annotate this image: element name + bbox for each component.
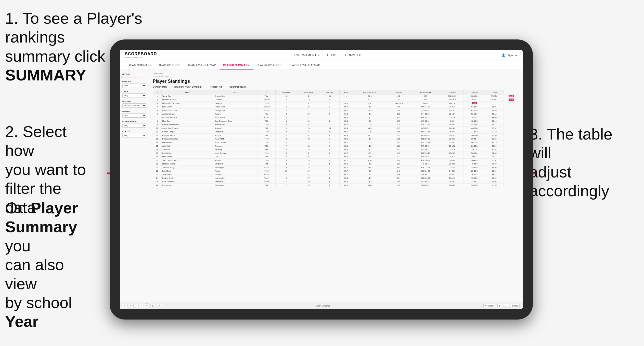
table-row[interactable]: 24Bastien AmatNew MexicoFourth127269.4-1… [153,176,519,180]
sub-nav-team-h2h-grid[interactable]: TEAM H2H GRID [155,62,184,70]
table-row[interactable]: 17David FordNorth CarolinaThird90069.2-0… [153,151,519,155]
sub-nav-player-h2h-grid[interactable]: PLAYER H2H GRID [253,62,285,70]
table-cell: 1 [276,141,297,144]
table-cell: 2 [153,98,162,101]
table-row[interactable]: 11Gordon SargentVanderbiltThird421068.7-… [153,130,519,133]
table-cell: 6 [153,112,162,116]
back-button[interactable]: ‹ [135,304,138,308]
table-cell: Florida State [214,105,257,108]
table-cell: Fifth [257,126,275,130]
redo-button[interactable]: ↪ [129,304,134,308]
logo-scoreboard: SCOREBOARD [125,52,157,56]
annotation-right-text: 3. The table willadjust accordingly [529,125,612,200]
table-cell: 89.36 [485,133,503,137]
gender-select[interactable]: Men Women [122,84,146,88]
export-button[interactable]: ⬇ [497,304,502,308]
table-cell: 5 [276,162,297,165]
table-cell: 27 [297,105,320,108]
table-row[interactable]: 4Luke ClatonFlorida StateSecond127268.2-… [153,105,519,108]
region-select[interactable]: N/A All [122,113,146,118]
col-no-rds: No. Rds. [320,90,339,94]
table-row[interactable]: 2Michael Le SassoOle MissSecond1180167.1… [153,98,519,101]
table-row[interactable]: 15Jake HallTennesseeFifth788168.5-1.51.6… [153,144,519,148]
year-select[interactable]: (All) First Second Third Fourth Fifth [122,93,146,98]
top-right: 👤 Sign out [502,53,518,57]
table-cell: 88.92 [485,126,503,130]
paste-button[interactable]: ⊞ [150,304,155,308]
table-row[interactable]: 8Mats EgeEast Tennessee StateFifth124268… [153,119,519,123]
table-row[interactable]: 13Phichaksn MaichonTexas A&MThird630169.… [153,137,519,141]
forward-button[interactable]: › [140,304,143,308]
filter-region-text: Region: All [210,86,222,88]
table-row[interactable]: 3Michael ThorbjornsenStanfordFourth2168.… [153,101,519,105]
sub-nav-team-summary[interactable]: TEAM SUMMARY [125,62,155,70]
table-row[interactable]: 6Jackson KoivunAuburnFirst227667.3-1.62.… [153,112,519,116]
table-cell: 3 [276,123,297,126]
table-row[interactable]: 19Tiger ChristensenArizonaThird523269.2-… [153,158,519,162]
table-row[interactable]: 5Christo LamprechtGeorgia TechFourth2212… [153,108,519,112]
table-row[interactable]: 18Luke PowellUCLAFirst424168.0-1.81.1350… [153,155,519,158]
nav-teams[interactable]: TEAMS [326,52,338,58]
table-cell: -2.0 [340,101,353,105]
table-row[interactable]: 1Wenyi DingArizona StateFirst1115167.1-3… [153,94,519,98]
table-row[interactable]: 23Jack LundinMissouriFourth1124068.6-2.3… [153,173,519,176]
fullscreen-button[interactable]: ⛶ [504,304,509,308]
nav-committee[interactable]: COMMITTEE [345,52,365,58]
table-cell: Auburn [214,112,257,116]
table-cell: Luke Powell [161,155,214,158]
table-cell: 1 [276,94,297,98]
sub-nav-player-summary[interactable]: PLAYER SUMMARY [220,62,253,70]
copy-button[interactable]: ⧉ [145,303,149,308]
col-rank: # [153,90,162,94]
table-cell: 1.50 [387,130,410,133]
table-row[interactable]: 22Ian GilliganFloridaThird1024168.7-0.81… [153,169,519,173]
table-cell: Petr Hruby [161,183,214,187]
table-row[interactable]: 25Cole SherwoodVanderbiltFourth1223069.3… [153,180,519,183]
table-cell: 16 [153,148,162,151]
table-cell: Texas A&M [214,137,257,141]
table-cell: 412-179-38 [410,141,441,144]
table-cell: 0.96 [387,158,410,162]
table-cell: 23 [297,165,320,169]
table-cell: 68.2 [340,116,353,119]
table-cell: 69.4 [340,176,353,180]
table-cell: 12 [276,180,297,183]
table-cell: 1 [320,155,339,158]
table-cell: Fourth [257,180,275,183]
table-cell: 20-14-5 [441,126,463,130]
table-cell: 68.1 [340,162,353,165]
table-row[interactable]: 16Alex GoffKentuckyFifth919068.3-1.71.92… [153,148,519,151]
table-cell: 1 [297,101,320,105]
table-cell: 15 [153,144,162,148]
table-cell: Fourth [257,108,275,112]
table-cell: 20-25-8 [441,162,463,165]
table-row[interactable]: 7Nicholas GabrelcikNorth FloridaFourth12… [153,116,519,119]
conference-select[interactable]: (All) [122,123,146,128]
table-row[interactable]: 10Jacob Skov OlesenArkansasFifth1231068.… [153,126,519,130]
no-rds-slider[interactable] [124,77,146,77]
table-row[interactable]: 14Maxwell FordNorth CarolinaThird122068.… [153,141,519,144]
filter-group-gender: Gender Men Women [122,80,146,88]
table-row[interactable]: 26Petr HrubyWashingtonFifth725068.6-1.81… [153,183,519,187]
sign-out-link[interactable]: Sign out [507,54,518,57]
table-cell: 7 [153,116,162,119]
table-cell: 21 [297,130,320,133]
table-cell: 20 [153,162,162,165]
division-select[interactable]: NCAA Division I NCAA Division II NCAA Di… [122,103,146,108]
undo-button[interactable]: ↩ [123,304,127,308]
table-cell: 473-177-57 [410,165,441,169]
player-select[interactable]: (All) [122,133,146,137]
sub-nav-team-h2h-heatmap[interactable]: TEAM H2H HEATMAP [184,62,220,70]
table-cell: 67.3 [340,112,353,116]
table-cell: Vanderbilt [214,180,257,183]
nav-tournaments[interactable]: TOURNAMENTS [294,52,319,58]
table-row[interactable]: 12Brendan ValdesAuburnFifth537068.4-1.11… [153,133,519,137]
table-row[interactable]: 9Preston SummerhaysArizona StateThird324… [153,123,519,126]
share-button[interactable]: Share [511,304,520,308]
sub-nav-player-h2h-heatmap[interactable]: PLAYER H2H HEATMAP [285,62,324,70]
table-cell: 61-20-3 [463,108,485,112]
table-row[interactable]: 21Taehoon SongWashingtonFourth423169.1-1… [153,165,519,169]
clock-button[interactable]: 🕐 [157,304,162,308]
table-row[interactable]: 20Matthew RiedelVanderbiltFifth516568.1-… [153,162,519,165]
watch-button[interactable]: 👁 Watch [483,304,495,308]
